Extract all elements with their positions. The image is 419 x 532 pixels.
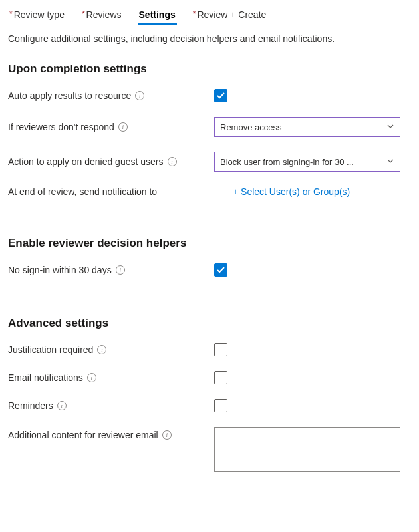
tab-settings[interactable]: Settings [138,5,177,25]
label-no-signin: No sign-in within 30 days [8,265,112,275]
select-no-respond[interactable]: Remove access [214,117,400,137]
chevron-down-icon [386,157,394,167]
select-denied-guest-value: Block user from signing-in for 30 ... [220,157,354,167]
textarea-additional-content[interactable] [214,427,400,472]
label-reminders: Reminders [8,400,53,411]
label-justification: Justification required [8,344,93,355]
info-icon[interactable]: i [162,430,172,440]
select-no-respond-value: Remove access [220,122,281,132]
tab-bar: *Review type *Reviews Settings *Review +… [8,5,419,25]
chevron-down-icon [386,122,394,132]
checkbox-auto-apply[interactable] [214,89,227,102]
info-icon[interactable]: i [97,345,106,354]
select-denied-guest[interactable]: Block user from signing-in for 30 ... [214,152,400,172]
checkbox-email-notif[interactable] [214,371,227,384]
section-completion-title: Upon completion settings [8,63,419,76]
info-icon[interactable]: i [168,157,177,166]
tab-review-type[interactable]: *Review type [8,5,66,25]
tab-reviews[interactable]: *Reviews [80,5,123,25]
label-denied-guest: Action to apply on denied guest users [8,156,164,167]
checkbox-justification[interactable] [214,343,227,356]
info-icon[interactable]: i [118,122,128,132]
label-email-notif: Email notifications [8,372,83,383]
section-advanced-title: Advanced settings [8,317,419,330]
select-users-link[interactable]: + Select User(s) or Group(s) [233,186,350,197]
info-icon[interactable]: i [116,265,125,275]
checkbox-reminders[interactable] [214,399,227,412]
label-end-notify: At end of review, send notification to [8,186,157,197]
label-additional-content: Additional content for reviewer email [8,430,158,440]
checkbox-no-signin[interactable] [214,263,227,277]
label-auto-apply: Auto apply results to resource [8,90,131,101]
info-icon[interactable]: i [135,91,144,100]
intro-text: Configure additional settings, including… [8,33,419,44]
section-helpers-title: Enable reviewer decision helpers [8,237,419,250]
info-icon[interactable]: i [57,401,67,410]
tab-review-create[interactable]: *Review + Create [192,5,268,25]
label-no-respond: If reviewers don't respond [8,122,114,132]
info-icon[interactable]: i [87,373,96,382]
